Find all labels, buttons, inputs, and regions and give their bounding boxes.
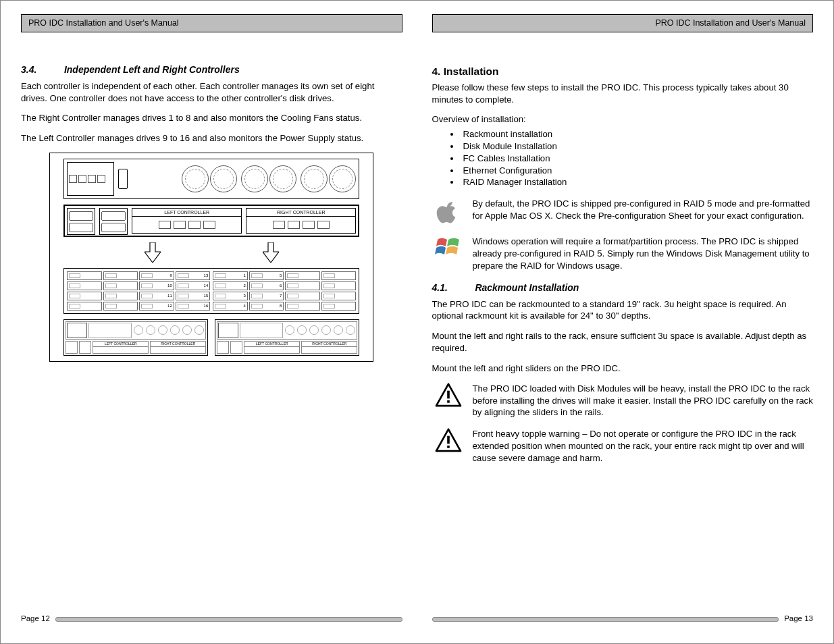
page-number-right: Page 13	[784, 614, 813, 624]
section-number: 4.1.	[432, 281, 473, 294]
windows-note-row: Windows operation will require a format/…	[432, 236, 814, 271]
warning-row-1: The PRO IDC loaded with Disk Modules wil…	[432, 383, 814, 419]
power-plug-icon	[67, 208, 95, 235]
right-bay-group: 1 5 2 6 3 7 4 8	[213, 271, 356, 311]
list-item: Disk Module Installation	[461, 140, 814, 153]
drive-bay: 12	[139, 302, 174, 311]
mini-chassis-left: LEFT CONTROLLER RIGHT CONTROLLER	[63, 319, 208, 356]
para-left-controller: The Left Controller manages drives 9 to …	[21, 132, 402, 144]
page-spread: PRO IDC Installation and User's Manual 3…	[14, 14, 820, 630]
para-controllers-intro: Each controller is independent of each o…	[21, 80, 402, 105]
diagram-rear-chassis	[63, 159, 359, 199]
diagram-arrows	[93, 242, 330, 263]
footer-bar-icon	[55, 617, 402, 622]
footer-right: Page 13	[432, 614, 814, 624]
fan-pair-icon	[301, 165, 356, 192]
apple-note-row: By default, the PRO IDC is shipped pre-c…	[432, 198, 814, 226]
arrow-down-icon	[145, 242, 161, 263]
drive-bay: 8	[249, 302, 284, 311]
section-number: 3.4.	[21, 63, 61, 76]
controllers-diagram: LEFT CONTROLLER RIGHT CONTROLLER	[49, 153, 373, 362]
warning-row-2: Front heavy topple warning – Do not oper…	[432, 428, 814, 464]
warning-text-1: The PRO IDC loaded with Disk Modules wil…	[473, 383, 814, 419]
mini-left-ctrl-label: LEFT CONTROLLER	[93, 342, 148, 347]
list-item: Ethernet Configuration	[461, 165, 814, 177]
drive-bay: 1	[213, 271, 248, 280]
svg-rect-3	[447, 446, 450, 448]
drive-bay: 2	[213, 281, 248, 290]
para-rackmount-b: Mount the left and right rails to the ra…	[432, 330, 814, 354]
drive-bay: 5	[249, 271, 284, 280]
list-item: RAID Manager Installation	[461, 176, 814, 188]
page-left: PRO IDC Installation and User's Manual 3…	[14, 14, 409, 630]
power-plug-icon	[99, 208, 128, 235]
section-4-heading: 4. Installation	[432, 65, 814, 79]
drive-bay: 4	[213, 302, 248, 311]
drive-bay: 6	[249, 281, 284, 290]
content-right: 4. Installation Please follow these few …	[432, 59, 814, 630]
mini-left-ctrl-label: LEFT CONTROLLER	[244, 342, 299, 347]
drive-bay: 9	[139, 271, 174, 280]
list-item: Rackmount installation	[461, 128, 814, 140]
apple-note-text: By default, the PRO IDC is shipped pre-c…	[473, 198, 814, 222]
svg-rect-1	[447, 400, 450, 403]
fan-pair-icon	[241, 165, 296, 192]
para-install-intro: Please follow these few steps to install…	[432, 82, 814, 106]
drive-bay: 15	[176, 292, 211, 300]
fan-pair-icon	[182, 165, 237, 192]
diagram-mini-row: LEFT CONTROLLER RIGHT CONTROLLER LEFT CO…	[63, 319, 359, 356]
overview-list: Rackmount installation Disk Module Insta…	[461, 128, 814, 188]
svg-rect-0	[447, 390, 450, 398]
para-right-controller: The Right Controller manages drives 1 to…	[21, 112, 402, 124]
warning-icon	[432, 383, 465, 407]
drive-bay: 7	[249, 292, 284, 300]
footer-left: Page 12	[21, 614, 402, 624]
left-bay-group: 9 13 10 14 11 15 12 16	[67, 271, 210, 311]
diagram-drive-chassis: 9 13 10 14 11 15 12 16 1 5	[63, 268, 359, 314]
drive-bay: 14	[176, 281, 211, 290]
drive-bay: 16	[176, 302, 211, 311]
page-right: PRO IDC Installation and User's Manual 4…	[425, 14, 820, 630]
svg-rect-2	[447, 436, 450, 444]
page-header-right: PRO IDC Installation and User's Manual	[432, 14, 814, 32]
left-controller-label: LEFT CONTROLLER	[132, 209, 241, 217]
para-rackmount-c: Mount the left and right sliders on the …	[432, 363, 814, 375]
right-controller-label: RIGHT CONTROLLER	[246, 209, 355, 217]
section-title: Rackmount Installation	[475, 282, 579, 293]
mini-chassis-right: LEFT CONTROLLER RIGHT CONTROLLER	[215, 319, 359, 356]
drive-bay: 13	[176, 271, 211, 280]
section-41-heading: 4.1. Rackmount Installation	[432, 281, 814, 294]
right-controller-box: RIGHT CONTROLLER	[246, 208, 356, 234]
para-rackmount-a: The PRO IDC can be rackmounted to a stan…	[432, 298, 814, 323]
psu-block	[67, 162, 114, 196]
warning-text-2: Front heavy topple warning – Do not oper…	[473, 428, 814, 464]
footer-bar-icon	[432, 617, 779, 622]
windows-note-text: Windows operation will require a format/…	[473, 236, 814, 271]
diagram-controller-row: LEFT CONTROLLER RIGHT CONTROLLER	[63, 205, 359, 237]
drive-bay: 11	[139, 292, 174, 300]
handle-icon	[118, 169, 128, 189]
warning-icon	[432, 428, 465, 452]
left-controller-box: LEFT CONTROLLER	[132, 208, 242, 234]
section-34-heading: 3.4. Independent Left and Right Controll…	[21, 63, 402, 76]
drive-bay: 3	[213, 292, 248, 300]
page-header-left: PRO IDC Installation and User's Manual	[21, 14, 402, 32]
page-number-left: Page 12	[21, 614, 50, 624]
list-item: FC Cables Installation	[461, 153, 814, 165]
mini-right-ctrl-label: RIGHT CONTROLLER	[302, 342, 357, 347]
mini-right-ctrl-label: RIGHT CONTROLLER	[151, 342, 205, 347]
overview-label: Overview of installation:	[432, 113, 814, 126]
section-title: Independent Left and Right Controllers	[64, 64, 240, 75]
windows-icon	[432, 236, 465, 260]
drive-bay: 10	[139, 281, 174, 290]
arrow-down-icon	[263, 242, 279, 263]
apple-icon	[432, 198, 465, 226]
content-left: 3.4. Independent Left and Right Controll…	[21, 59, 402, 630]
